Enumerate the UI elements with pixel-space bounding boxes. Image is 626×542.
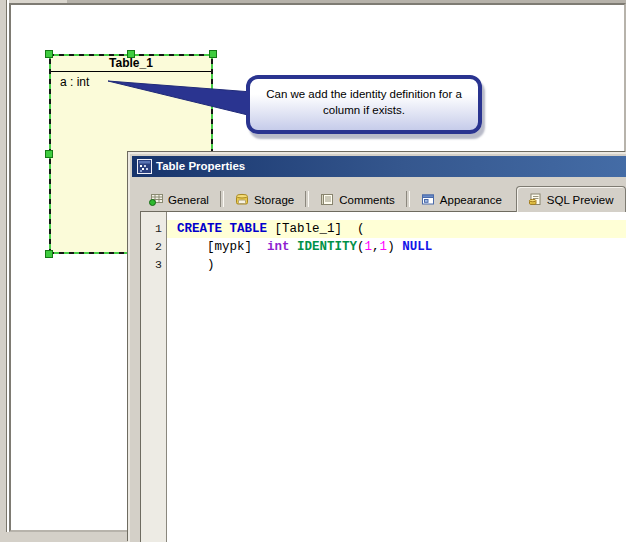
- sql-plain: [Table_1] (: [267, 222, 365, 236]
- appearance-tab-icon: [421, 193, 435, 206]
- sql-line-3: ): [167, 256, 626, 274]
- tab-separator: [220, 191, 224, 207]
- selection-handle-top-left[interactable]: [45, 50, 53, 58]
- callout-text-line2: column if exists.: [250, 102, 478, 118]
- sql-null-keyword: NULL: [402, 240, 432, 254]
- line-number: 1: [141, 220, 162, 238]
- sql-plain: ): [387, 240, 395, 254]
- sql-plain: ,: [372, 240, 380, 254]
- sql-editor-frame: 1 2 3 CREATE TABLE [Table_1] ( [mypk] in…: [140, 211, 626, 542]
- selection-handle-bottom-left[interactable]: [45, 250, 53, 258]
- screenshot-root: Table_1 a : int Can we add the identity …: [0, 0, 626, 542]
- storage-tab-icon: [235, 193, 249, 206]
- sql-line-2: [mypk] int IDENTITY(1,1) NULL: [167, 238, 626, 256]
- dialog-titlebar[interactable]: Table Properties: [132, 156, 626, 177]
- table-entity-column: a : int: [60, 75, 89, 89]
- tab-appearance-label: Appearance: [440, 194, 502, 206]
- tab-comments-label: Comments: [339, 194, 395, 206]
- top-tab-edge: [9, 0, 67, 3]
- sql-number: 1: [380, 240, 388, 254]
- line-number: 3: [141, 256, 162, 274]
- general-tab-icon: [149, 193, 163, 206]
- sql-preview-tab-icon: [528, 193, 542, 206]
- sql-line-1: CREATE TABLE [Table_1] (: [167, 220, 626, 238]
- dialog-title: Table Properties: [156, 156, 245, 177]
- callout-balloon[interactable]: Can we add the identity definition for a…: [246, 75, 482, 134]
- tab-strip: General Storage: [140, 186, 626, 212]
- tab-general-label: General: [168, 194, 209, 206]
- selection-handle-top-right[interactable]: [209, 50, 217, 58]
- tab-sql-preview[interactable]: SQL Preview: [516, 186, 626, 212]
- sql-keyword: CREATE TABLE: [177, 222, 267, 236]
- comments-tab-icon: [320, 193, 334, 206]
- table-entity-divider: [49, 71, 213, 72]
- table-properties-dialog: Table Properties General: [128, 152, 626, 542]
- sql-type: int: [267, 240, 290, 254]
- tab-general[interactable]: General: [140, 189, 218, 212]
- line-number-gutter: 1 2 3: [141, 212, 167, 542]
- sql-plain: [mypk]: [177, 240, 267, 254]
- sql-plain: ): [177, 258, 215, 272]
- selection-handle-top-mid[interactable]: [127, 50, 135, 58]
- tab-separator: [305, 191, 309, 207]
- line-number: 2: [141, 238, 162, 256]
- sql-plain: [290, 240, 298, 254]
- tab-separator: [406, 191, 410, 207]
- table-properties-icon: [137, 159, 152, 174]
- tab-sql-preview-label: SQL Preview: [547, 194, 614, 206]
- sql-code-area[interactable]: CREATE TABLE [Table_1] ( [mypk] int IDEN…: [167, 212, 626, 542]
- selection-handle-mid-left[interactable]: [45, 150, 53, 158]
- sql-plain: (: [357, 240, 365, 254]
- tab-comments[interactable]: Comments: [311, 189, 404, 212]
- sql-function: IDENTITY: [297, 240, 357, 254]
- callout-text-line1: Can we add the identity definition for a: [250, 86, 478, 102]
- tab-appearance[interactable]: Appearance: [412, 189, 511, 212]
- tab-storage[interactable]: Storage: [226, 189, 303, 212]
- tab-storage-label: Storage: [254, 194, 294, 206]
- sql-number: 1: [365, 240, 373, 254]
- left-panel-edge: [0, 0, 7, 542]
